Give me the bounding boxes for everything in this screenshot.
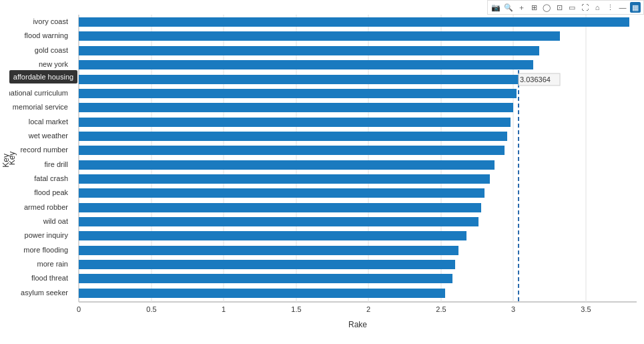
y-axis-title-svg: Key xyxy=(9,152,17,166)
label-fire-drill: fire drill xyxy=(45,160,68,168)
home-icon[interactable]: ⌂ xyxy=(592,2,603,13)
label-flood-threat: flood threat xyxy=(31,274,68,282)
bar-ivory-coast xyxy=(79,17,629,27)
bar-more-rain xyxy=(79,260,455,269)
label-memorial-service: memorial service xyxy=(13,103,68,111)
label-asylum-seeker: asylum seeker xyxy=(21,289,68,297)
expand-icon[interactable]: ⛶ xyxy=(579,2,590,13)
bar-flood-peak xyxy=(79,188,485,198)
bar-asylum-seeker xyxy=(79,289,445,298)
bar-national-curriculum xyxy=(79,89,517,98)
grid-icon[interactable]: ⊞ xyxy=(529,2,539,13)
svg-rect-0 xyxy=(79,15,626,302)
main-chart: ivory coast flood warning gold coast new… xyxy=(9,15,644,344)
label-wild-oat: wild oat xyxy=(43,217,68,225)
label-gold-coast: gold coast xyxy=(35,46,68,54)
bar-affordable-housing xyxy=(79,75,519,84)
label-armed-robber: armed robber xyxy=(24,203,68,211)
x-tick-1: 1 xyxy=(222,305,226,313)
ref-value-label: 3.036364 xyxy=(520,75,551,83)
label-more-flooding: more flooding xyxy=(23,246,68,254)
label-record-number: record number xyxy=(20,146,68,154)
bar-wet-weather xyxy=(79,132,507,141)
label-fatal-crash: fatal crash xyxy=(34,174,68,182)
plus-icon[interactable]: ＋ xyxy=(516,2,527,13)
bar-new-york xyxy=(79,60,533,69)
x-tick-0: 0 xyxy=(77,305,81,313)
square-icon[interactable]: ▭ xyxy=(567,2,577,13)
label-local-market: local market xyxy=(29,118,68,126)
x-tick-05: 0.5 xyxy=(146,305,156,313)
x-tick-25: 2.5 xyxy=(436,305,446,313)
x-axis-title: Rake xyxy=(348,320,367,329)
bar-record-number xyxy=(79,146,505,155)
label-flood-warning: flood warning xyxy=(25,31,68,39)
label-flood-peak: flood peak xyxy=(34,188,68,196)
x-tick-15: 1.5 xyxy=(291,305,301,313)
tooltip-text-affordable-housing: affordable housing xyxy=(13,73,73,81)
label-more-rain: more rain xyxy=(37,260,68,268)
bar-local-market xyxy=(79,118,511,127)
bar-armed-robber xyxy=(79,203,481,212)
minus-icon[interactable]: — xyxy=(617,2,628,13)
x-tick-35: 3.5 xyxy=(581,305,591,313)
label-wet-weather: wet weather xyxy=(28,132,69,140)
bar-flood-threat xyxy=(79,274,452,283)
label-national-curriculum: national curriculum xyxy=(9,89,68,97)
bar-fatal-crash xyxy=(79,174,490,184)
bar-flood-warning xyxy=(79,31,560,41)
bar-power-inquiry xyxy=(79,231,466,240)
bar-more-flooding xyxy=(79,246,458,255)
barchart-icon[interactable]: ▦ xyxy=(630,2,641,13)
chart-container: 📷 🔍 ＋ ⊞ ◯ ⊡ ▭ ⛶ ⌂ ⋮ — ▦ Key xyxy=(0,0,644,344)
lasso-icon[interactable]: ◯ xyxy=(541,2,552,13)
more-icon[interactable]: ⋮ xyxy=(605,2,615,13)
box-select-icon[interactable]: ⊡ xyxy=(554,2,565,13)
bar-wild-oat xyxy=(79,217,478,226)
x-tick-2: 2 xyxy=(366,305,370,313)
toolbar: 📷 🔍 ＋ ⊞ ◯ ⊡ ▭ ⛶ ⌂ ⋮ — ▦ xyxy=(487,0,644,15)
bar-memorial-service xyxy=(79,103,513,112)
bar-gold-coast xyxy=(79,46,539,55)
zoom-icon[interactable]: 🔍 xyxy=(503,2,514,13)
label-ivory-coast: ivory coast xyxy=(33,17,68,25)
label-power-inquiry: power inquiry xyxy=(25,231,69,239)
camera-icon[interactable]: 📷 xyxy=(491,2,501,13)
x-tick-3: 3 xyxy=(511,305,515,313)
label-new-york: new york xyxy=(39,60,69,68)
bar-fire-drill xyxy=(79,160,495,170)
